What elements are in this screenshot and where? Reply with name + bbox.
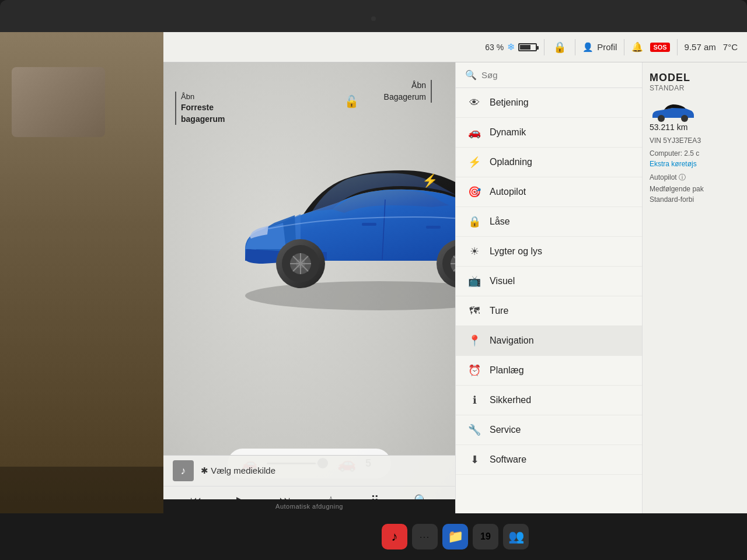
lightning-icon: ⚡ [422, 173, 438, 188]
snowflake-icon: ❄ [507, 41, 515, 52]
label-forreste-title: Åbn [181, 92, 225, 102]
tesla-car-image [210, 97, 455, 319]
files-icon: 📁 [448, 529, 463, 544]
search-input[interactable] [481, 70, 633, 80]
menu-item-opladning[interactable]: ⚡ Opladning [456, 148, 642, 177]
menu-item-planlaeg[interactable]: ⏰ Planlæg [456, 356, 642, 386]
divider4 [677, 39, 678, 55]
menu-item-label-service: Service [490, 425, 521, 435]
time-display: 9.57 am [685, 42, 716, 52]
svg-rect-19 [426, 226, 441, 229]
label-bagagerum-title: Åbn [384, 80, 426, 92]
divider2 [575, 39, 575, 55]
people-icon: 👥 [508, 529, 524, 544]
menu-item-label-planlaeg: Planlæg [490, 365, 524, 376]
screen: 63 % ❄ 🔒 👤 Profil 🔔 SOS 9.57 am 7°C [163, 32, 747, 513]
menu-item-label-dynamik: Dynamik [490, 127, 526, 138]
sos-badge: SOS [650, 43, 669, 52]
laase-icon: 🔒 [467, 215, 481, 229]
service-icon: 🔧 [467, 423, 481, 437]
menu-item-label-software: Software [490, 454, 526, 465]
search-icon: 🔍 [465, 69, 477, 80]
divider3 [624, 39, 624, 55]
svg-point-20 [658, 115, 665, 122]
laptop-bottom-bezel: ♪ ··· 📁 19 👥 [0, 513, 747, 560]
menu-item-ture[interactable]: 🗺 Ture [456, 296, 642, 326]
car-computer: Computer: 2.5 c [650, 149, 740, 158]
car-thumbnail [650, 99, 696, 123]
calendar-icon: 19 [480, 531, 491, 542]
menu-item-laase[interactable]: 🔒 Låse [456, 207, 642, 237]
profile-button[interactable]: 👤 Profil [582, 42, 617, 52]
car-panel: Åbn Forrestebagagerum 🔓 Åbn Bagagerum ⚡ … [163, 62, 455, 513]
menu-item-sikkerhed[interactable]: ℹ Sikkerhed [456, 386, 642, 415]
car-autopilot-desc: Medfølgende pak [650, 185, 740, 193]
real-world-background [0, 32, 163, 513]
media-source-row: ♪ ✱ Vælg mediekilde [163, 456, 455, 487]
menu-item-label-sikkerhed: Sikkerhed [490, 395, 531, 405]
camera-dot [371, 16, 376, 21]
label-bagagerum[interactable]: Åbn Bagagerum [384, 80, 432, 103]
visuel-icon: 📺 [467, 274, 481, 288]
lock-icon: 🔒 [551, 39, 568, 55]
right-sidebar: 🔍 👁 Betjening 🚗 Dynamik ⚡ Op [455, 62, 642, 513]
alert-icon: 🔔 [631, 41, 643, 52]
dock-item-dots[interactable]: ··· [412, 524, 438, 550]
dynamik-icon: 🚗 [467, 125, 481, 139]
battery-percent: 63 % [485, 43, 504, 52]
autopilot-text: Automatisk afdugning [275, 503, 343, 510]
navigation-icon: 📍 [467, 334, 481, 348]
svg-point-0 [245, 281, 455, 310]
planlaeg-icon: ⏰ [467, 363, 481, 377]
label-forreste-bagagerum[interactable]: Åbn Forrestebagagerum [175, 92, 225, 125]
media-source-text: ✱ Vælg mediekilde [201, 466, 275, 476]
opladning-icon: ⚡ [467, 155, 481, 169]
extra-vehicle-link[interactable]: Ekstra køretøjs [650, 160, 740, 168]
laptop-frame: 63 % ❄ 🔒 👤 Profil 🔔 SOS 9.57 am 7°C [0, 0, 747, 560]
menu-item-service[interactable]: 🔧 Service [456, 415, 642, 445]
menu-item-autopilot[interactable]: 🎯 Autopilot [456, 177, 642, 207]
battery-fill [520, 45, 530, 50]
status-bar: 63 % ❄ 🔒 👤 Profil 🔔 SOS 9.57 am 7°C [163, 32, 747, 62]
battery-area: 63 % ❄ [485, 41, 537, 52]
main-content: Åbn Forrestebagagerum 🔓 Åbn Bagagerum ⚡ … [163, 62, 747, 513]
menu-item-visuel[interactable]: 📺 Visuel [456, 267, 642, 296]
menu-item-software[interactable]: ⬇ Software [456, 445, 642, 475]
profile-label: Profil [597, 42, 617, 52]
car-variant-label: STANDAR [650, 84, 740, 92]
car-info-panel: MODEL STANDAR 53.211 km VIN 5YJ3E7EA3 Co… [642, 62, 747, 513]
menu-item-navigation[interactable]: 📍 Navigation [456, 326, 642, 356]
dock: ♪ ··· 📁 19 👥 [163, 513, 747, 560]
music-icon: ♪ [392, 529, 398, 544]
menu-item-label-opladning: Opladning [490, 157, 532, 167]
dots-icon: ··· [420, 532, 430, 541]
menu-item-label-visuel: Visuel [490, 276, 515, 286]
menu-item-label-navigation: Navigation [490, 335, 534, 346]
label-forreste-bold: Forrestebagagerum [181, 102, 225, 125]
dock-item-people[interactable]: 👥 [503, 524, 529, 550]
temperature-display: 7°C [723, 42, 738, 52]
dock-item-music[interactable]: ♪ [382, 524, 407, 550]
autopilot-icon: 🎯 [467, 185, 481, 199]
betjening-icon: 👁 [467, 96, 481, 110]
ture-icon: 🗺 [467, 304, 481, 318]
menu-item-lygter[interactable]: ☀ Lygter og lys [456, 237, 642, 267]
menu-list: 👁 Betjening 🚗 Dynamik ⚡ Opladning 🎯 Auto… [456, 88, 642, 513]
car-model-label: MODEL [650, 72, 740, 84]
dock-item-files[interactable]: 📁 [442, 524, 468, 550]
menu-item-betjening[interactable]: 👁 Betjening [456, 88, 642, 118]
unlock-icon[interactable]: 🔓 [344, 94, 359, 108]
software-icon: ⬇ [467, 453, 481, 467]
menu-item-dynamik[interactable]: 🚗 Dynamik [456, 118, 642, 148]
sikkerhed-icon: ℹ [467, 393, 481, 407]
menu-item-label-betjening: Betjening [490, 97, 529, 108]
menu-item-label-lygter: Lygter og lys [490, 246, 542, 257]
car-mileage: 53.211 km [650, 123, 740, 132]
autopilot-bar: Automatisk afdugning [163, 499, 455, 513]
dock-item-calendar[interactable]: 19 [473, 524, 498, 550]
divider [544, 39, 544, 55]
search-bar: 🔍 [456, 62, 642, 88]
media-icon: ♪ [173, 460, 194, 481]
menu-item-label-ture: Ture [490, 306, 508, 316]
profile-icon: 👤 [582, 42, 594, 52]
